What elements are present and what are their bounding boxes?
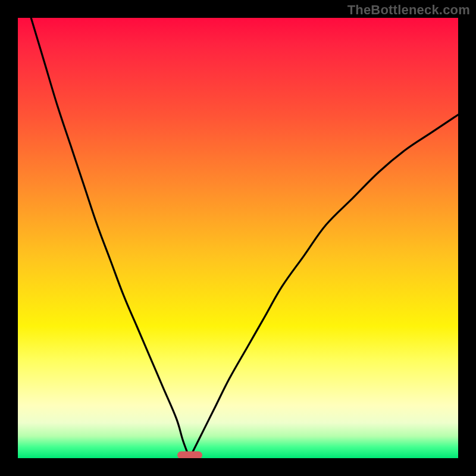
plot-area — [18, 18, 458, 458]
chart-frame: TheBottleneck.com — [0, 0, 476, 476]
left-curve — [31, 18, 189, 458]
watermark-text: TheBottleneck.com — [347, 2, 470, 18]
right-curve — [190, 115, 458, 458]
ideal-point-marker — [177, 452, 202, 459]
curve-svg — [18, 18, 458, 458]
